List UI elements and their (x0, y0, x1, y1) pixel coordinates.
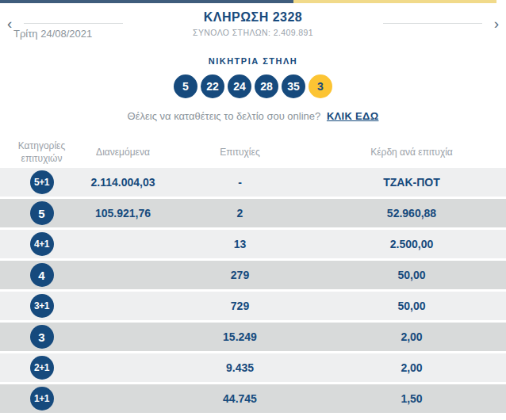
distributed-cell: 2.114.004,03 (83, 176, 163, 189)
draw-date: Τρίτη 24/08/2021 (13, 28, 92, 40)
prize-table-header: Κατηγορίες επιτυχιών Διανεμόμενα Επιτυχί… (0, 138, 506, 168)
winning-number-ball: 35 (282, 74, 305, 98)
online-prompt: Θέλεις να καταθέτεις το δελτίο σου onlin… (0, 110, 506, 122)
category-badge: 4+1 (30, 232, 54, 256)
prize-table-body: 5+1 2.114.004,03 - ΤΖΑΚ-ΠΟΤ 5 105.921,76… (0, 168, 506, 413)
prize-cell: 52.960,88 (317, 207, 506, 220)
online-prompt-text: Θέλεις να καταθέτεις το δελτίο σου onlin… (128, 110, 321, 122)
header-winners: Επιτυχίες (163, 147, 317, 159)
table-row: 3 15.249 2,00 (0, 323, 506, 351)
category-badge: 3 (30, 325, 54, 349)
prize-cell: 2,00 (317, 330, 506, 343)
winning-number-ball: 5 (174, 74, 197, 98)
category-badge: 5 (30, 201, 54, 225)
winners-cell: 729 (163, 300, 317, 312)
table-row: 4 279 50,00 (0, 261, 506, 289)
category-badge: 3+1 (30, 294, 54, 318)
winners-cell: 2 (163, 207, 317, 220)
chevron-right-icon[interactable]: › (494, 16, 499, 31)
distributed-cell: 105.921,76 (83, 207, 163, 220)
table-row: 5 105.921,76 2 52.960,88 (0, 199, 506, 227)
category-cell: 2+1 (0, 356, 83, 380)
table-row: 1+1 44.745 1,50 (0, 384, 506, 413)
winners-cell: 13 (163, 238, 317, 250)
header-distributed: Διανεμόμενα (83, 147, 163, 159)
prize-cell: 2,00 (317, 361, 506, 374)
prize-table: Κατηγορίες επιτυχιών Διανεμόμενα Επιτυχί… (0, 138, 506, 413)
prize-cell: ΤΖΑΚ-ΠΟΤ (317, 176, 506, 189)
winners-cell: - (163, 176, 317, 189)
category-badge: 1+1 (30, 387, 54, 410)
table-row: 5+1 2.114.004,03 - ΤΖΑΚ-ΠΟΤ (0, 168, 506, 197)
winners-cell: 44.745 (163, 392, 317, 405)
table-row: 3+1 729 50,00 (0, 292, 506, 320)
winners-cell: 9.435 (163, 361, 317, 374)
header-divider-left (24, 23, 123, 24)
joker-number-ball: 3 (309, 74, 332, 98)
table-row: 4+1 13 2.500,00 (0, 230, 506, 258)
header-divider-right (383, 23, 482, 24)
prize-cell: 50,00 (317, 300, 506, 312)
winning-number-ball: 22 (201, 74, 224, 98)
draw-header: ‹ ΚΛΗΡΩΣΗ 2328 ΣΥΝΟΛΟ ΣΤΗΛΩΝ: 2.409.891 … (0, 3, 506, 49)
header-prize-per-win: Κέρδη ανά επιτυχία (317, 147, 506, 159)
category-cell: 4+1 (0, 232, 83, 256)
winning-column-label: ΝΙΚΗΤΡΙΑ ΣΤΗΛΗ (0, 56, 506, 66)
category-cell: 3 (0, 325, 83, 349)
header-categories: Κατηγορίες επιτυχιών (0, 140, 83, 165)
category-badge: 4 (30, 263, 54, 287)
category-cell: 5+1 (0, 170, 83, 194)
click-here-link[interactable]: ΚΛΙΚ ΕΔΩ (327, 110, 379, 122)
prize-cell: 50,00 (317, 269, 506, 281)
category-cell: 5 (0, 201, 83, 225)
prize-cell: 2.500,00 (317, 238, 506, 250)
category-cell: 1+1 (0, 387, 83, 410)
winning-number-ball: 24 (228, 74, 251, 98)
category-badge: 5+1 (30, 170, 54, 194)
category-cell: 4 (0, 263, 83, 287)
tzoker-results-page: ‹ ΚΛΗΡΩΣΗ 2328 ΣΥΝΟΛΟ ΣΤΗΛΩΝ: 2.409.891 … (0, 0, 506, 420)
category-cell: 3+1 (0, 294, 83, 318)
winners-cell: 279 (163, 269, 317, 281)
category-badge: 2+1 (30, 356, 54, 380)
table-row: 2+1 9.435 2,00 (0, 353, 506, 382)
prize-cell: 1,50 (317, 392, 506, 405)
winning-numbers: 5 22 24 28 35 3 (0, 74, 506, 98)
winners-cell: 15.249 (163, 330, 317, 343)
chevron-left-icon[interactable]: ‹ (7, 16, 12, 31)
winning-number-ball: 28 (255, 74, 278, 98)
